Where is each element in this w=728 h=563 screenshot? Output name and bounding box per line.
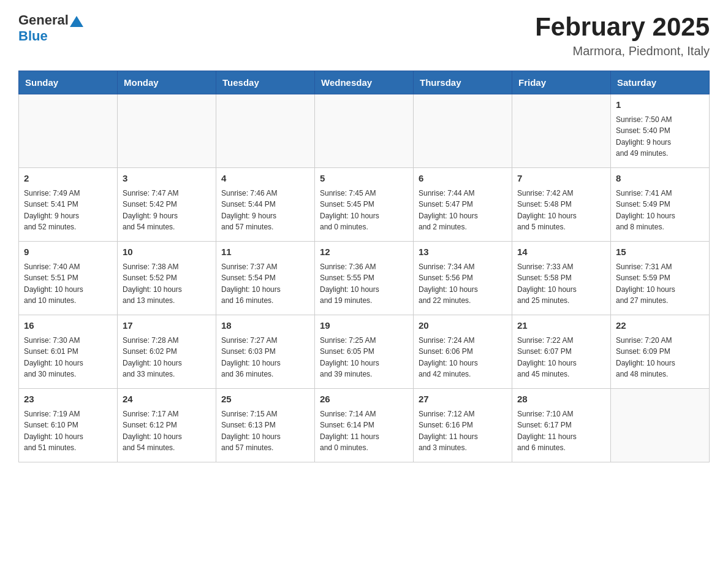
day-number: 6 (419, 172, 507, 186)
day-number: 5 (320, 172, 408, 186)
day-info: Sunrise: 7:38 AM Sunset: 5:52 PM Dayligh… (123, 261, 211, 307)
day-info: Sunrise: 7:41 AM Sunset: 5:49 PM Dayligh… (616, 188, 704, 233)
day-number: 2 (24, 172, 112, 186)
day-info: Sunrise: 7:31 AM Sunset: 5:59 PM Dayligh… (616, 261, 704, 307)
day-info: Sunrise: 7:22 AM Sunset: 6:07 PM Dayligh… (517, 335, 605, 380)
calendar-header-row: SundayMondayTuesdayWednesdayThursdayFrid… (19, 71, 710, 94)
calendar-cell: 2Sunrise: 7:49 AM Sunset: 5:41 PM Daylig… (19, 168, 118, 242)
calendar-cell: 18Sunrise: 7:27 AM Sunset: 6:03 PM Dayli… (216, 315, 315, 389)
day-number: 11 (221, 245, 309, 259)
calendar-subtitle: Marmora, Piedmont, Italy (535, 44, 710, 58)
column-header-wednesday: Wednesday (315, 71, 414, 94)
day-number: 26 (320, 393, 408, 407)
day-info: Sunrise: 7:15 AM Sunset: 6:13 PM Dayligh… (221, 408, 309, 454)
day-info: Sunrise: 7:37 AM Sunset: 5:54 PM Dayligh… (221, 261, 309, 307)
svg-marker-0 (70, 16, 83, 27)
calendar-cell (19, 94, 118, 168)
calendar-cell: 10Sunrise: 7:38 AM Sunset: 5:52 PM Dayli… (118, 242, 216, 315)
calendar-cell: 9Sunrise: 7:40 AM Sunset: 5:51 PM Daylig… (19, 242, 118, 315)
day-info: Sunrise: 7:42 AM Sunset: 5:48 PM Dayligh… (517, 188, 605, 233)
column-header-tuesday: Tuesday (216, 71, 315, 94)
day-number: 19 (320, 319, 408, 333)
calendar-cell: 14Sunrise: 7:33 AM Sunset: 5:58 PM Dayli… (512, 242, 611, 315)
day-number: 18 (221, 319, 309, 333)
calendar-week-row: 1Sunrise: 7:50 AM Sunset: 5:40 PM Daylig… (19, 94, 710, 168)
calendar-cell: 16Sunrise: 7:30 AM Sunset: 6:01 PM Dayli… (19, 315, 118, 389)
day-number: 28 (517, 393, 605, 407)
calendar-cell: 5Sunrise: 7:45 AM Sunset: 5:45 PM Daylig… (315, 168, 414, 242)
calendar-cell: 6Sunrise: 7:44 AM Sunset: 5:47 PM Daylig… (414, 168, 512, 242)
day-number: 4 (221, 172, 309, 186)
day-info: Sunrise: 7:17 AM Sunset: 6:12 PM Dayligh… (123, 408, 211, 454)
day-number: 22 (616, 319, 704, 333)
day-number: 27 (419, 393, 507, 407)
day-info: Sunrise: 7:36 AM Sunset: 5:55 PM Dayligh… (320, 261, 408, 307)
calendar-cell: 26Sunrise: 7:14 AM Sunset: 6:14 PM Dayli… (315, 389, 414, 462)
day-info: Sunrise: 7:44 AM Sunset: 5:47 PM Dayligh… (419, 188, 507, 233)
day-number: 9 (24, 245, 112, 259)
calendar-week-row: 2Sunrise: 7:49 AM Sunset: 5:41 PM Daylig… (19, 168, 710, 242)
day-number: 10 (123, 245, 211, 259)
calendar-week-row: 9Sunrise: 7:40 AM Sunset: 5:51 PM Daylig… (19, 242, 710, 315)
calendar-week-row: 16Sunrise: 7:30 AM Sunset: 6:01 PM Dayli… (19, 315, 710, 389)
day-info: Sunrise: 7:45 AM Sunset: 5:45 PM Dayligh… (320, 188, 408, 233)
logo: General Blue (18, 12, 83, 44)
day-number: 14 (517, 245, 605, 259)
calendar-cell (611, 389, 710, 462)
calendar-cell: 1Sunrise: 7:50 AM Sunset: 5:40 PM Daylig… (611, 94, 710, 168)
calendar-cell (315, 94, 414, 168)
logo-general-text: General (18, 12, 69, 28)
day-number: 8 (616, 172, 704, 186)
calendar-cell (512, 94, 611, 168)
logo-triangle-icon (70, 15, 83, 28)
day-info: Sunrise: 7:20 AM Sunset: 6:09 PM Dayligh… (616, 335, 704, 380)
day-info: Sunrise: 7:50 AM Sunset: 5:40 PM Dayligh… (616, 114, 704, 159)
calendar-cell (216, 94, 315, 168)
day-number: 12 (320, 245, 408, 259)
day-info: Sunrise: 7:12 AM Sunset: 6:16 PM Dayligh… (419, 408, 507, 454)
calendar-cell: 15Sunrise: 7:31 AM Sunset: 5:59 PM Dayli… (611, 242, 710, 315)
calendar-cell: 21Sunrise: 7:22 AM Sunset: 6:07 PM Dayli… (512, 315, 611, 389)
day-number: 16 (24, 319, 112, 333)
day-number: 13 (419, 245, 507, 259)
day-info: Sunrise: 7:25 AM Sunset: 6:05 PM Dayligh… (320, 335, 408, 380)
calendar-cell: 7Sunrise: 7:42 AM Sunset: 5:48 PM Daylig… (512, 168, 611, 242)
day-info: Sunrise: 7:47 AM Sunset: 5:42 PM Dayligh… (123, 188, 211, 233)
day-info: Sunrise: 7:49 AM Sunset: 5:41 PM Dayligh… (24, 188, 112, 233)
day-info: Sunrise: 7:33 AM Sunset: 5:58 PM Dayligh… (517, 261, 605, 307)
calendar-week-row: 23Sunrise: 7:19 AM Sunset: 6:10 PM Dayli… (19, 389, 710, 462)
calendar-cell: 20Sunrise: 7:24 AM Sunset: 6:06 PM Dayli… (414, 315, 512, 389)
calendar-cell: 13Sunrise: 7:34 AM Sunset: 5:56 PM Dayli… (414, 242, 512, 315)
calendar-cell: 22Sunrise: 7:20 AM Sunset: 6:09 PM Dayli… (611, 315, 710, 389)
column-header-saturday: Saturday (611, 71, 710, 94)
calendar-cell: 27Sunrise: 7:12 AM Sunset: 6:16 PM Dayli… (414, 389, 512, 462)
calendar-title: February 2025 (535, 12, 710, 42)
calendar-cell: 19Sunrise: 7:25 AM Sunset: 6:05 PM Dayli… (315, 315, 414, 389)
calendar-cell: 11Sunrise: 7:37 AM Sunset: 5:54 PM Dayli… (216, 242, 315, 315)
day-number: 20 (419, 319, 507, 333)
calendar-cell: 8Sunrise: 7:41 AM Sunset: 5:49 PM Daylig… (611, 168, 710, 242)
day-number: 17 (123, 319, 211, 333)
day-info: Sunrise: 7:14 AM Sunset: 6:14 PM Dayligh… (320, 408, 408, 454)
logo-blue-text: Blue (18, 28, 48, 44)
column-header-friday: Friday (512, 71, 611, 94)
calendar-cell: 28Sunrise: 7:10 AM Sunset: 6:17 PM Dayli… (512, 389, 611, 462)
day-info: Sunrise: 7:10 AM Sunset: 6:17 PM Dayligh… (517, 408, 605, 454)
day-number: 7 (517, 172, 605, 186)
calendar-cell: 4Sunrise: 7:46 AM Sunset: 5:44 PM Daylig… (216, 168, 315, 242)
day-info: Sunrise: 7:19 AM Sunset: 6:10 PM Dayligh… (24, 408, 112, 454)
day-number: 15 (616, 245, 704, 259)
calendar-cell: 25Sunrise: 7:15 AM Sunset: 6:13 PM Dayli… (216, 389, 315, 462)
calendar-cell: 3Sunrise: 7:47 AM Sunset: 5:42 PM Daylig… (118, 168, 216, 242)
calendar-cell: 12Sunrise: 7:36 AM Sunset: 5:55 PM Dayli… (315, 242, 414, 315)
calendar-cell (118, 94, 216, 168)
day-number: 24 (123, 393, 211, 407)
day-number: 21 (517, 319, 605, 333)
column-header-thursday: Thursday (414, 71, 512, 94)
day-info: Sunrise: 7:27 AM Sunset: 6:03 PM Dayligh… (221, 335, 309, 380)
calendar-table: SundayMondayTuesdayWednesdayThursdayFrid… (18, 71, 710, 462)
day-number: 23 (24, 393, 112, 407)
calendar-cell: 17Sunrise: 7:28 AM Sunset: 6:02 PM Dayli… (118, 315, 216, 389)
day-info: Sunrise: 7:24 AM Sunset: 6:06 PM Dayligh… (419, 335, 507, 380)
column-header-monday: Monday (118, 71, 216, 94)
